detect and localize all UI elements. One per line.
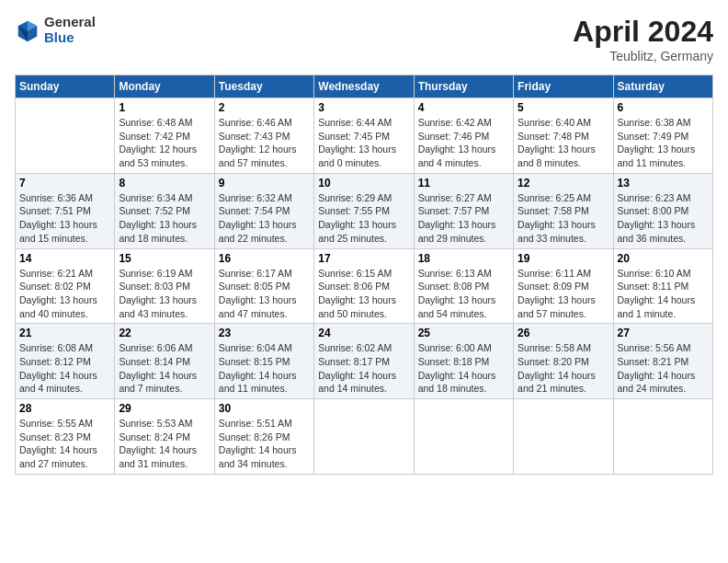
logo-icon	[15, 17, 40, 43]
day-detail: Sunrise: 6:04 AMSunset: 8:15 PMDaylight:…	[219, 341, 310, 396]
calendar-cell: 8Sunrise: 6:34 AMSunset: 7:52 PMDaylight…	[115, 173, 214, 248]
calendar-cell: 25Sunrise: 6:00 AMSunset: 8:18 PMDayligh…	[414, 324, 513, 399]
day-detail: Sunrise: 6:02 AMSunset: 8:17 PMDaylight:…	[318, 341, 409, 396]
day-detail: Sunrise: 6:10 AMSunset: 8:11 PMDaylight:…	[618, 267, 709, 321]
calendar-cell: 30Sunrise: 5:51 AMSunset: 8:26 PMDayligh…	[214, 399, 313, 475]
calendar-cell: 28Sunrise: 5:55 AMSunset: 8:23 PMDayligh…	[16, 399, 115, 475]
day-number: 9	[219, 177, 310, 190]
month-title: April 2024	[573, 15, 713, 49]
calendar-cell: 27Sunrise: 5:56 AMSunset: 8:21 PMDayligh…	[613, 324, 712, 399]
day-number: 12	[518, 177, 609, 190]
calendar-cell: 5Sunrise: 6:40 AMSunset: 7:48 PMDaylight…	[514, 98, 613, 174]
calendar-cell: 21Sunrise: 6:08 AMSunset: 8:12 PMDayligh…	[16, 324, 115, 399]
calendar-cell	[414, 399, 513, 475]
day-header: Monday	[115, 75, 214, 98]
calendar-table: SundayMondayTuesdayWednesdayThursdayFrid…	[15, 75, 713, 475]
day-detail: Sunrise: 6:36 AMSunset: 7:51 PMDaylight:…	[19, 191, 110, 246]
day-detail: Sunrise: 5:58 AMSunset: 8:20 PMDaylight:…	[518, 341, 609, 396]
day-number: 2	[219, 101, 310, 114]
calendar-cell: 3Sunrise: 6:44 AMSunset: 7:45 PMDaylight…	[314, 98, 414, 174]
day-number: 3	[318, 101, 409, 114]
day-number: 24	[318, 327, 409, 339]
logo-blue: Blue	[44, 30, 96, 46]
calendar-cell: 20Sunrise: 6:10 AMSunset: 8:11 PMDayligh…	[613, 248, 712, 324]
day-number: 16	[219, 252, 310, 265]
calendar-cell: 29Sunrise: 5:53 AMSunset: 8:24 PMDayligh…	[115, 399, 214, 475]
calendar-cell	[314, 399, 414, 475]
day-number: 18	[418, 252, 509, 265]
day-detail: Sunrise: 6:00 AMSunset: 8:18 PMDaylight:…	[418, 341, 509, 396]
calendar-cell: 12Sunrise: 6:25 AMSunset: 7:58 PMDayligh…	[514, 173, 613, 248]
day-number: 28	[19, 402, 110, 415]
day-number: 6	[618, 101, 709, 114]
calendar-cell: 19Sunrise: 6:11 AMSunset: 8:09 PMDayligh…	[514, 248, 613, 324]
logo: General Blue	[15, 15, 96, 45]
calendar-cell: 26Sunrise: 5:58 AMSunset: 8:20 PMDayligh…	[514, 324, 613, 399]
calendar-cell: 6Sunrise: 6:38 AMSunset: 7:49 PMDaylight…	[613, 98, 712, 174]
calendar-cell	[613, 399, 712, 475]
day-detail: Sunrise: 5:56 AMSunset: 8:21 PMDaylight:…	[618, 341, 709, 396]
calendar-cell: 23Sunrise: 6:04 AMSunset: 8:15 PMDayligh…	[214, 324, 313, 399]
day-number: 27	[618, 327, 709, 339]
calendar-cell: 11Sunrise: 6:27 AMSunset: 7:57 PMDayligh…	[414, 173, 513, 248]
calendar-cell: 17Sunrise: 6:15 AMSunset: 8:06 PMDayligh…	[314, 248, 414, 324]
day-detail: Sunrise: 6:40 AMSunset: 7:48 PMDaylight:…	[518, 116, 609, 170]
location: Teublitz, Germany	[573, 49, 713, 63]
day-detail: Sunrise: 6:44 AMSunset: 7:45 PMDaylight:…	[318, 116, 409, 170]
day-number: 5	[518, 101, 609, 114]
calendar-header-row: SundayMondayTuesdayWednesdayThursdayFrid…	[16, 75, 713, 98]
day-detail: Sunrise: 6:38 AMSunset: 7:49 PMDaylight:…	[618, 116, 709, 170]
calendar-cell: 13Sunrise: 6:23 AMSunset: 8:00 PMDayligh…	[613, 173, 712, 248]
day-detail: Sunrise: 6:06 AMSunset: 8:14 PMDaylight:…	[119, 341, 210, 396]
day-detail: Sunrise: 6:21 AMSunset: 8:02 PMDaylight:…	[19, 267, 110, 321]
day-number: 7	[19, 177, 110, 190]
calendar-week-row: 21Sunrise: 6:08 AMSunset: 8:12 PMDayligh…	[16, 324, 713, 399]
day-number: 10	[318, 177, 409, 190]
day-number: 4	[418, 101, 509, 114]
day-detail: Sunrise: 6:46 AMSunset: 7:43 PMDaylight:…	[219, 116, 310, 170]
calendar-cell: 16Sunrise: 6:17 AMSunset: 8:05 PMDayligh…	[214, 248, 313, 324]
calendar-cell: 18Sunrise: 6:13 AMSunset: 8:08 PMDayligh…	[414, 248, 513, 324]
day-header: Thursday	[414, 75, 513, 98]
calendar-cell	[16, 98, 115, 174]
calendar-cell: 14Sunrise: 6:21 AMSunset: 8:02 PMDayligh…	[16, 248, 115, 324]
day-detail: Sunrise: 6:08 AMSunset: 8:12 PMDaylight:…	[19, 341, 110, 396]
day-number: 13	[618, 177, 709, 190]
logo-text: General Blue	[44, 15, 96, 45]
calendar-cell: 9Sunrise: 6:32 AMSunset: 7:54 PMDaylight…	[214, 173, 313, 248]
day-detail: Sunrise: 6:15 AMSunset: 8:06 PMDaylight:…	[318, 267, 409, 321]
calendar-cell: 2Sunrise: 6:46 AMSunset: 7:43 PMDaylight…	[214, 98, 313, 174]
day-header: Tuesday	[214, 75, 313, 98]
day-detail: Sunrise: 6:34 AMSunset: 7:52 PMDaylight:…	[119, 191, 210, 246]
day-detail: Sunrise: 6:19 AMSunset: 8:03 PMDaylight:…	[119, 267, 210, 321]
day-number: 17	[318, 252, 409, 265]
calendar-cell: 1Sunrise: 6:48 AMSunset: 7:42 PMDaylight…	[115, 98, 214, 174]
day-detail: Sunrise: 6:23 AMSunset: 8:00 PMDaylight:…	[618, 191, 709, 246]
day-number: 20	[618, 252, 709, 265]
day-number: 22	[119, 327, 210, 339]
day-number: 19	[518, 252, 609, 265]
day-detail: Sunrise: 6:29 AMSunset: 7:55 PMDaylight:…	[318, 191, 409, 246]
title-block: April 2024 Teublitz, Germany	[573, 15, 713, 63]
calendar-cell: 7Sunrise: 6:36 AMSunset: 7:51 PMDaylight…	[16, 173, 115, 248]
day-number: 23	[219, 327, 310, 339]
day-number: 15	[119, 252, 210, 265]
logo-general: General	[44, 15, 96, 30]
day-detail: Sunrise: 5:53 AMSunset: 8:24 PMDaylight:…	[119, 417, 210, 471]
day-header: Saturday	[613, 75, 712, 98]
day-number: 8	[119, 177, 210, 190]
calendar-week-row: 14Sunrise: 6:21 AMSunset: 8:02 PMDayligh…	[16, 248, 713, 324]
day-header: Friday	[514, 75, 613, 98]
calendar-cell: 4Sunrise: 6:42 AMSunset: 7:46 PMDaylight…	[414, 98, 513, 174]
day-header: Sunday	[16, 75, 115, 98]
day-number: 14	[19, 252, 110, 265]
day-detail: Sunrise: 6:25 AMSunset: 7:58 PMDaylight:…	[518, 191, 609, 246]
calendar-week-row: 28Sunrise: 5:55 AMSunset: 8:23 PMDayligh…	[16, 399, 713, 475]
calendar-cell: 15Sunrise: 6:19 AMSunset: 8:03 PMDayligh…	[115, 248, 214, 324]
day-detail: Sunrise: 5:51 AMSunset: 8:26 PMDaylight:…	[219, 417, 310, 471]
day-detail: Sunrise: 6:48 AMSunset: 7:42 PMDaylight:…	[119, 116, 210, 170]
day-detail: Sunrise: 6:27 AMSunset: 7:57 PMDaylight:…	[418, 191, 509, 246]
day-detail: Sunrise: 6:17 AMSunset: 8:05 PMDaylight:…	[219, 267, 310, 321]
day-number: 26	[518, 327, 609, 339]
day-number: 25	[418, 327, 509, 339]
